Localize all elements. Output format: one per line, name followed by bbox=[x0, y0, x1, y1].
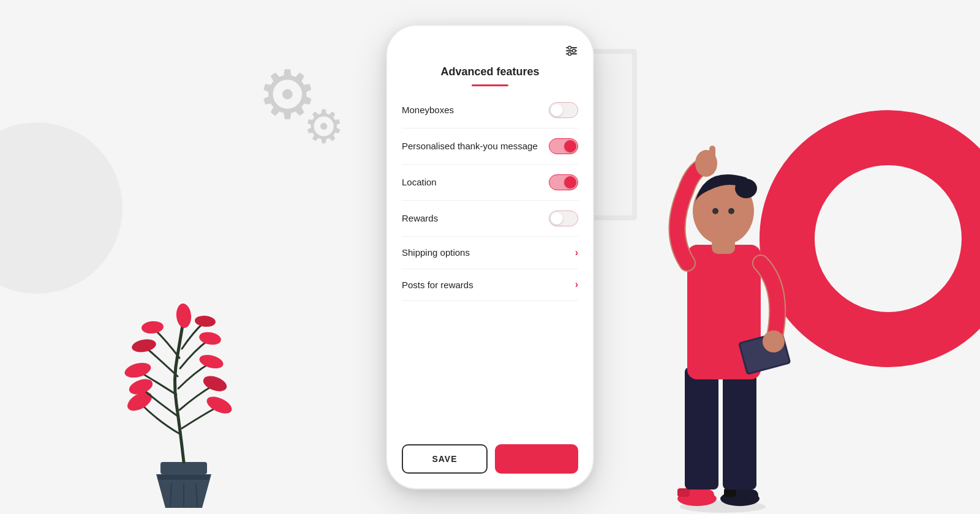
rewards-label: Rewards bbox=[402, 212, 549, 225]
location-label: Location bbox=[402, 176, 549, 188]
feature-item-thankyou: Personalised thank-you message bbox=[402, 128, 578, 165]
svg-point-4 bbox=[573, 50, 576, 53]
location-toggle[interactable] bbox=[549, 174, 578, 190]
shipping-label: Shipping options bbox=[402, 247, 575, 259]
filter-icon-row bbox=[402, 44, 578, 61]
person-illustration bbox=[643, 98, 802, 514]
feature-item-location: Location bbox=[402, 165, 578, 201]
feature-item-moneyboxes: Moneyboxes bbox=[402, 92, 578, 128]
svg-rect-9 bbox=[677, 488, 690, 497]
save-button[interactable]: SAVE bbox=[402, 444, 488, 474]
posts-chevron-icon: › bbox=[575, 279, 578, 290]
phone-mockup: Advanced features Moneyboxes Personalise… bbox=[386, 24, 594, 490]
svg-rect-26 bbox=[160, 462, 207, 474]
svg-point-5 bbox=[568, 53, 571, 56]
svg-rect-14 bbox=[723, 367, 756, 490]
bottom-buttons: SAVE bbox=[402, 434, 578, 474]
svg-rect-12 bbox=[724, 488, 736, 497]
svg-point-25 bbox=[763, 330, 785, 352]
filter-icon[interactable] bbox=[565, 44, 578, 61]
gear-small-icon: ⚙ bbox=[303, 104, 344, 150]
svg-point-41 bbox=[175, 303, 192, 329]
moneyboxes-toggle[interactable] bbox=[549, 102, 578, 118]
plant-illustration bbox=[123, 281, 245, 514]
bg-circle-left bbox=[0, 122, 123, 294]
svg-point-34 bbox=[131, 338, 157, 354]
feature-item-rewards: Rewards bbox=[402, 201, 578, 237]
svg-point-40 bbox=[194, 315, 216, 328]
shipping-chevron-icon: › bbox=[575, 247, 578, 258]
svg-point-39 bbox=[198, 330, 222, 346]
svg-rect-27 bbox=[158, 475, 209, 480]
thankyou-toggle[interactable] bbox=[549, 138, 578, 154]
phone-screen: Advanced features Moneyboxes Personalise… bbox=[386, 24, 594, 490]
thankyou-label: Personalised thank-you message bbox=[402, 140, 549, 152]
svg-point-3 bbox=[568, 47, 571, 50]
svg-point-35 bbox=[141, 320, 164, 334]
action-button[interactable] bbox=[495, 444, 578, 474]
feature-item-shipping[interactable]: Shipping options › bbox=[402, 237, 578, 269]
feature-list: Moneyboxes Personalised thank-you messag… bbox=[402, 92, 578, 434]
rewards-toggle[interactable] bbox=[549, 210, 578, 226]
svg-point-36 bbox=[204, 393, 234, 417]
feature-item-posts[interactable]: Posts for rewards › bbox=[402, 269, 578, 302]
title-underline bbox=[472, 84, 508, 86]
svg-rect-24 bbox=[709, 146, 715, 164]
page-title: Advanced features bbox=[402, 65, 578, 78]
svg-point-19 bbox=[712, 208, 718, 214]
svg-point-20 bbox=[728, 208, 734, 214]
svg-rect-13 bbox=[685, 367, 718, 490]
moneyboxes-label: Moneyboxes bbox=[402, 104, 549, 116]
posts-label: Posts for rewards bbox=[402, 279, 575, 291]
